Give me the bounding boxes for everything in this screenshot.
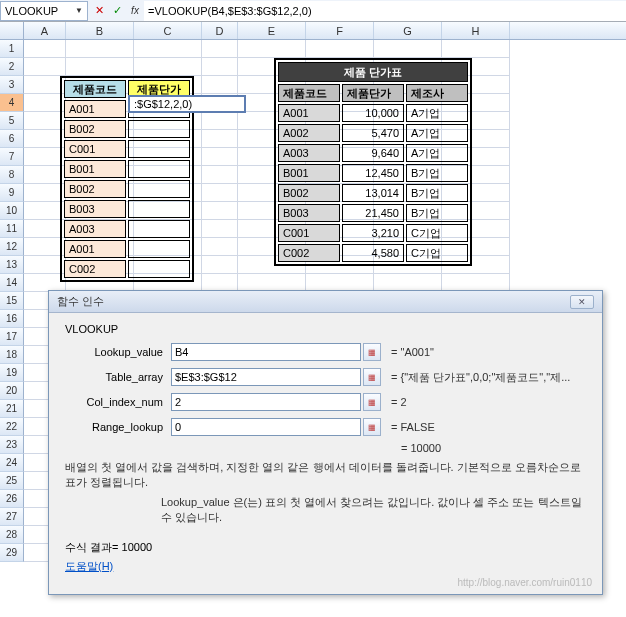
row-header[interactable]: 8 [0,166,24,184]
table-cell[interactable]: C002 [64,260,126,278]
row-header[interactable]: 19 [0,364,24,382]
ref-select-icon[interactable]: ▦ [363,393,381,411]
row-header[interactable]: 22 [0,418,24,436]
table-cell[interactable]: C002 [278,244,340,262]
table-cell[interactable]: B기업 [406,204,468,222]
ref-select-icon[interactable]: ▦ [363,418,381,436]
table-cell[interactable] [128,180,190,198]
fx-icon[interactable]: fx [126,2,144,20]
row-header[interactable]: 3 [0,76,24,94]
row-header[interactable]: 17 [0,328,24,346]
arg-input-col-index[interactable] [171,393,361,411]
table-cell[interactable]: 4,580 [342,244,404,262]
cell-edit-overlay[interactable]: :$G$12,2,0) [128,95,246,113]
table-cell[interactable]: A001 [64,100,126,118]
select-all-corner[interactable] [0,22,24,39]
col-header[interactable]: B [66,22,134,39]
table-cell[interactable]: B003 [64,200,126,218]
row-header[interactable]: 9 [0,184,24,202]
col-header[interactable]: E [238,22,306,39]
row-header[interactable]: 13 [0,256,24,274]
col-header[interactable]: C [134,22,202,39]
row-header[interactable]: 23 [0,436,24,454]
table-cell[interactable]: 10,000 [342,104,404,122]
table-cell[interactable]: B기업 [406,164,468,182]
table-cell[interactable] [128,220,190,238]
arg-input-table-array[interactable] [171,368,361,386]
table-cell[interactable]: A003 [278,144,340,162]
table-cell[interactable] [128,200,190,218]
name-box[interactable]: VLOOKUP ▼ [0,1,88,21]
table-cell[interactable]: B기업 [406,184,468,202]
table-cell[interactable]: A기업 [406,144,468,162]
row-header[interactable]: 4 [0,94,24,112]
table-cell[interactable]: 3,210 [342,224,404,242]
row-header[interactable]: 12 [0,238,24,256]
row-header[interactable]: 20 [0,382,24,400]
table-cell[interactable]: B002 [64,180,126,198]
row-header[interactable]: 26 [0,490,24,508]
ref-select-icon[interactable]: ▦ [363,343,381,361]
table-cell[interactable]: B001 [278,164,340,182]
col-header[interactable]: F [306,22,374,39]
name-box-dropdown-icon[interactable]: ▼ [75,6,83,15]
table-cell[interactable]: C001 [64,140,126,158]
table-cell[interactable]: A기업 [406,104,468,122]
arg-input-lookup-value[interactable] [171,343,361,361]
table-cell[interactable]: 5,470 [342,124,404,142]
table2-header-code: 제품코드 [278,84,340,102]
cancel-icon[interactable]: ✕ [90,2,108,20]
table-cell[interactable]: A기업 [406,124,468,142]
table-cell[interactable]: B002 [64,120,126,138]
table-cell[interactable] [128,240,190,258]
ref-select-icon[interactable]: ▦ [363,368,381,386]
row-header[interactable]: 28 [0,526,24,544]
row-header[interactable]: 27 [0,508,24,526]
row-header[interactable]: 10 [0,202,24,220]
table-cell[interactable] [128,160,190,178]
row-header[interactable]: 5 [0,112,24,130]
row-header[interactable]: 6 [0,130,24,148]
table-cell[interactable]: B003 [278,204,340,222]
arg-label-lookup-value: Lookup_value [61,346,171,358]
table-cell[interactable]: C001 [278,224,340,242]
row-header[interactable]: 16 [0,310,24,328]
row-header[interactable]: 2 [0,58,24,76]
table-cell[interactable]: 13,014 [342,184,404,202]
row-header[interactable]: 14 [0,274,24,292]
row-header[interactable]: 11 [0,220,24,238]
table-cell[interactable] [128,140,190,158]
function-description: 배열의 첫 열에서 값을 검색하며, 지정한 열의 같은 행에서 데이터를 돌려… [65,460,590,491]
row-header[interactable]: 29 [0,544,24,562]
row-header[interactable]: 25 [0,472,24,490]
table-cell[interactable]: B002 [278,184,340,202]
confirm-icon[interactable]: ✓ [108,2,126,20]
table-cell[interactable] [128,260,190,278]
table-cell[interactable]: C기업 [406,244,468,262]
table-cell[interactable]: C기업 [406,224,468,242]
close-icon[interactable]: ✕ [570,295,594,309]
row-header[interactable]: 1 [0,40,24,58]
table-cell[interactable]: B001 [64,160,126,178]
table-cell[interactable]: 9,640 [342,144,404,162]
col-header[interactable]: G [374,22,442,39]
row-header[interactable]: 21 [0,400,24,418]
table-cell[interactable]: A001 [64,240,126,258]
col-header[interactable]: A [24,22,66,39]
help-link[interactable]: 도움말(H) [65,560,113,572]
table-cell[interactable]: A003 [64,220,126,238]
row-header[interactable]: 15 [0,292,24,310]
table-cell[interactable] [128,120,190,138]
table-cell[interactable]: A001 [278,104,340,122]
formula-input[interactable] [144,1,626,21]
row-header[interactable]: 18 [0,346,24,364]
arg-input-range-lookup[interactable] [171,418,361,436]
row-header[interactable]: 24 [0,454,24,472]
col-header[interactable]: H [442,22,510,39]
dialog-titlebar[interactable]: 함수 인수 ✕ [49,291,602,313]
table-cell[interactable]: 12,450 [342,164,404,182]
table-cell[interactable]: A002 [278,124,340,142]
row-header[interactable]: 7 [0,148,24,166]
table-cell[interactable]: 21,450 [342,204,404,222]
col-header[interactable]: D [202,22,238,39]
